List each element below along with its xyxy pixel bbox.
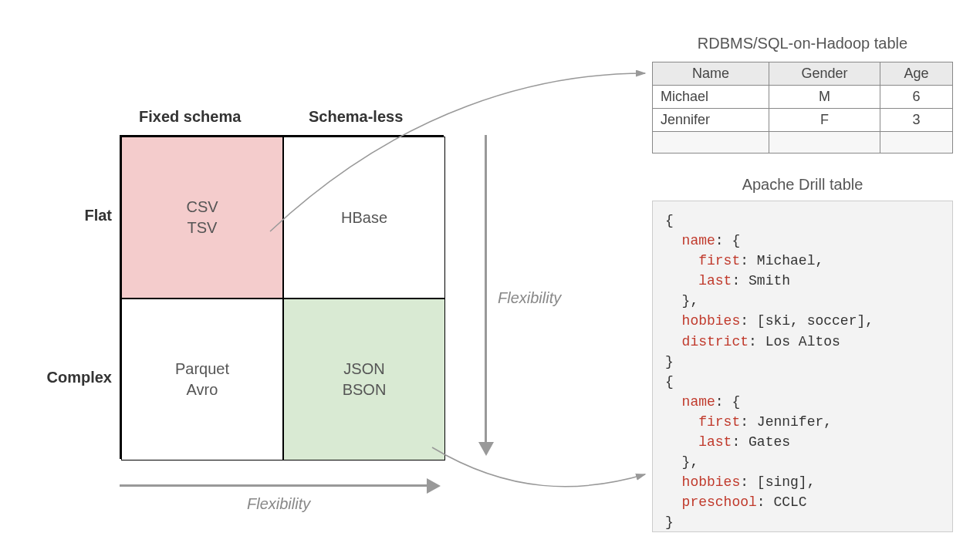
cell-age: 3 bbox=[880, 109, 952, 132]
axis-label-h: Flexibility bbox=[247, 495, 310, 513]
arrow-line-h bbox=[120, 484, 428, 487]
row-header-flat: Flat bbox=[50, 207, 112, 224]
table-header-row: Name Gender Age bbox=[653, 62, 953, 86]
arrow-right-icon bbox=[427, 478, 441, 494]
rdbms-title: RDBMS/SQL-on-Hadoop table bbox=[652, 35, 953, 52]
arrow-line-v bbox=[485, 135, 487, 444]
cell-gender: F bbox=[769, 109, 880, 132]
col-header-fixed: Fixed schema bbox=[139, 108, 241, 126]
table-row: Jennifer F 3 bbox=[653, 109, 953, 132]
col-header-schemaless: Schema-less bbox=[309, 108, 403, 126]
table-row: Michael M 6 bbox=[653, 86, 953, 109]
cell-empty bbox=[880, 132, 952, 153]
diagram-canvas: Fixed schema Schema-less Flat Complex CS… bbox=[0, 0, 980, 560]
cell-age: 6 bbox=[880, 86, 952, 109]
cell-gender: M bbox=[769, 86, 880, 109]
cell-json-bson: JSONBSON bbox=[283, 299, 445, 460]
cell-name: Jennifer bbox=[653, 109, 769, 132]
row-header-complex: Complex bbox=[31, 369, 112, 386]
cell-empty bbox=[653, 132, 769, 153]
quadrant-grid: CSVTSV HBase ParquetAvro JSONBSON bbox=[120, 135, 444, 459]
cell-csv-tsv: CSVTSV bbox=[121, 137, 283, 299]
th-age: Age bbox=[880, 62, 952, 86]
connector-bottom bbox=[432, 447, 645, 487]
arrow-down-icon bbox=[478, 442, 494, 456]
cell-empty bbox=[769, 132, 880, 153]
rdbms-table: Name Gender Age Michael M 6 Jennifer F 3 bbox=[652, 62, 953, 153]
axis-label-v: Flexibility bbox=[498, 289, 561, 307]
th-gender: Gender bbox=[769, 62, 880, 86]
th-name: Name bbox=[653, 62, 769, 86]
cell-hbase: HBase bbox=[283, 137, 445, 299]
cell-name: Michael bbox=[653, 86, 769, 109]
cell-parquet-avro: ParquetAvro bbox=[121, 299, 283, 460]
drill-code-block: { name: { first: Michael, last: Smith },… bbox=[652, 201, 953, 532]
drill-title: Apache Drill table bbox=[652, 176, 953, 194]
table-row-empty bbox=[653, 132, 953, 153]
